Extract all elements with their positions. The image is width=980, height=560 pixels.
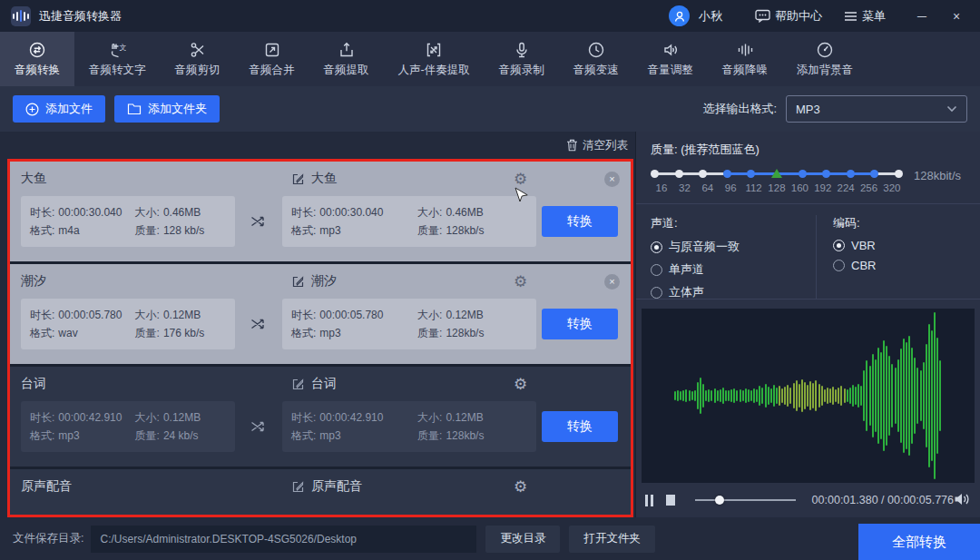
convert-button[interactable]: 转换 <box>542 206 618 237</box>
waveform-bar <box>742 390 744 400</box>
quality-tick-dot[interactable] <box>723 170 731 178</box>
tab-audio-denoise[interactable]: 音频降噪 <box>708 32 782 86</box>
waveform-bar <box>934 312 936 479</box>
waveform-bar <box>728 390 730 400</box>
quality-slider[interactable]: 16326496112128160192224256320 <box>651 168 903 199</box>
target-file-name: 大鱼 <box>311 171 337 187</box>
item-settings-gear-icon[interactable]: ⚙ <box>514 172 546 187</box>
audio-merge-icon <box>263 41 281 59</box>
volume-adjust-icon <box>662 41 680 59</box>
quality-tick-dot[interactable] <box>847 170 855 178</box>
waveform-bar <box>781 388 783 404</box>
remove-item-button[interactable]: × <box>604 274 620 290</box>
rename-icon[interactable] <box>291 378 305 391</box>
tab-audio-to-text[interactable]: 文 音频转文字 <box>74 32 161 86</box>
channel-radio[interactable]: 单声道 <box>651 261 816 278</box>
menu-button[interactable]: 菜单 <box>844 8 886 25</box>
waveform-bar <box>906 342 907 449</box>
tab-audio-cut[interactable]: 音频剪切 <box>161 32 235 86</box>
source-info: 时长:00:00:42.910 大小:0.12MB 格式:mp3 质量:24 k… <box>21 401 235 452</box>
waveform-bar <box>680 391 681 399</box>
waveform-bar <box>753 388 755 404</box>
audio-to-text-icon: 文 <box>108 41 126 59</box>
pause-button[interactable] <box>645 495 653 506</box>
tab-audio-speed[interactable]: 音频变速 <box>559 32 633 86</box>
minimize-button[interactable]: ─ <box>909 9 935 24</box>
waveform-bar <box>838 388 839 404</box>
change-dir-button[interactable]: 更改目录 <box>485 526 560 553</box>
help-center-button[interactable]: 帮助中心 <box>755 8 822 25</box>
tab-background-sound[interactable]: 添加背景音 <box>782 32 868 86</box>
user-avatar[interactable] <box>669 5 690 26</box>
file-item[interactable]: 大鱼 大鱼 ⚙ × 时长:00:00:30.040 大小:0.46MB 格式:m… <box>10 162 631 261</box>
waveform-bar <box>801 379 803 413</box>
rename-icon[interactable] <box>291 172 305 186</box>
output-format-value: MP3 <box>796 103 820 116</box>
tab-vocal-separation[interactable]: 人声-伴奏提取 <box>384 32 485 86</box>
waveform-bar <box>860 386 862 406</box>
waveform-bar <box>717 390 719 400</box>
audio-cut-icon <box>189 41 207 59</box>
quality-tick-dot[interactable] <box>699 170 707 178</box>
add-folder-button[interactable]: 添加文件夹 <box>114 95 220 123</box>
stop-button[interactable] <box>666 495 675 506</box>
file-item[interactable]: 台词 台词 ⚙ 时长:00:00:42.910 大小:0.12MB 格式:mp3… <box>10 367 631 467</box>
tab-audio-merge[interactable]: 音频合并 <box>235 32 309 86</box>
tab-label: 音量调整 <box>648 63 693 78</box>
save-dir-input[interactable] <box>91 526 476 553</box>
add-file-button[interactable]: 添加文件 <box>13 95 105 123</box>
quality-marker[interactable] <box>771 169 782 178</box>
quality-tick-dot[interactable] <box>651 170 659 178</box>
open-folder-button[interactable]: 打开文件夹 <box>569 526 655 553</box>
waveform-bar <box>768 387 769 405</box>
file-item[interactable]: 潮汐 潮汐 ⚙ × 时长:00:00:05.780 大小:0.12MB 格式:w… <box>10 264 631 364</box>
item-settings-gear-icon[interactable]: ⚙ <box>514 377 546 392</box>
tab-audio-convert[interactable]: 音频转换 <box>0 32 74 86</box>
tab-label: 音频剪切 <box>175 63 220 78</box>
radio-icon <box>833 240 845 251</box>
output-format-select[interactable]: MP3 <box>786 95 967 123</box>
channel-radio[interactable]: 立体声 <box>651 284 816 300</box>
target-file-name: 潮汐 <box>311 273 337 290</box>
quality-tick-label: 192 <box>812 182 834 193</box>
quality-tick-dot[interactable] <box>747 170 755 178</box>
convert-all-button[interactable]: 全部转换 <box>858 524 980 560</box>
close-window-button[interactable]: × <box>944 9 969 24</box>
chat-bubble-icon <box>755 9 770 23</box>
quality-tick-dot[interactable] <box>799 170 807 178</box>
rename-icon[interactable] <box>291 275 305 289</box>
item-settings-gear-icon[interactable]: ⚙ <box>514 479 546 495</box>
waveform-bar <box>745 388 747 404</box>
remove-item-button[interactable]: × <box>604 172 620 187</box>
username[interactable]: 小秋 <box>699 8 722 25</box>
waveform-bar <box>835 389 837 403</box>
settings-pane: 质量: (推荐范围蓝色) 163264961121281601922242563… <box>635 132 980 517</box>
waveform-bar <box>880 352 882 439</box>
item-settings-gear-icon[interactable]: ⚙ <box>514 274 546 290</box>
rename-icon[interactable] <box>291 480 305 494</box>
quality-tick-dot[interactable] <box>870 170 878 178</box>
quality-current-value: 128kbit/s <box>914 169 961 182</box>
waveform-bar <box>722 388 724 404</box>
convert-button[interactable]: 转换 <box>542 411 618 442</box>
speaker-icon <box>954 492 971 506</box>
quality-tick-dot[interactable] <box>895 170 903 178</box>
tab-audio-extract[interactable]: 音频提取 <box>309 32 384 86</box>
encoding-radio[interactable]: VBR <box>833 239 965 252</box>
app-logo-icon <box>11 6 31 26</box>
playback-slider[interactable] <box>695 495 795 506</box>
quality-tick-dot[interactable] <box>822 170 830 178</box>
clear-list-button[interactable]: 清空列表 <box>566 138 628 153</box>
quality-tick-dot[interactable] <box>675 170 683 178</box>
waveform-display <box>642 309 975 483</box>
tab-volume-adjust[interactable]: 音量调整 <box>633 32 708 86</box>
tab-audio-record[interactable]: 音频录制 <box>485 32 559 86</box>
channel-radio[interactable]: 与原音频一致 <box>651 239 816 255</box>
waveform-bar <box>733 388 735 404</box>
file-item[interactable]: 原声配音 原声配音 ⚙ <box>10 469 631 517</box>
volume-button[interactable] <box>954 492 971 509</box>
waveform-bar <box>799 384 800 408</box>
encoding-radio[interactable]: CBR <box>833 259 965 272</box>
convert-button[interactable]: 转换 <box>542 309 618 339</box>
waveform-bar <box>883 340 885 450</box>
